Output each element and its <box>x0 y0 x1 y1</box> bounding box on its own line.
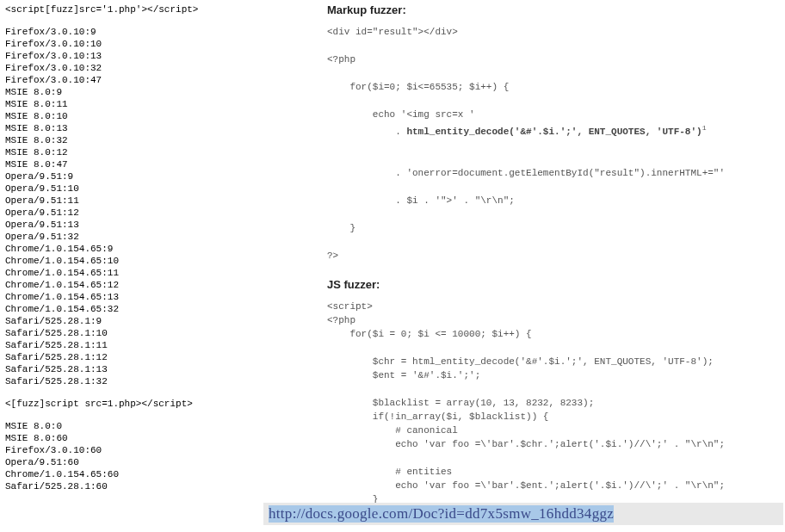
code-snippet-2: <[fuzz]script src=1.php></script> <box>5 398 263 410</box>
browser-list-1: Firefox/3.0.10:9 Firefox/3.0.10:10 Firef… <box>5 26 263 387</box>
markup-code-bold: html_entity_decode('&#'.$i.';', ENT_QUOT… <box>406 127 702 137</box>
markup-fuzzer-code: <div id="result"></div> <?php for($i=0; … <box>327 25 775 263</box>
markup-code-pre: <div id="result"></div> <?php for($i=0; … <box>327 27 509 137</box>
heading-markup-fuzzer: Markup fuzzer: <box>327 3 775 16</box>
js-fuzzer-code: <script> <?php for($i = 0; $i <= 10000; … <box>327 300 775 506</box>
right-column: Markup fuzzer: <div id="result"></div> <… <box>327 3 775 522</box>
heading-js-fuzzer: JS fuzzer: <box>327 278 775 291</box>
url-bar: http://docs.google.com/Doc?id=dd7x5smw_1… <box>263 503 783 525</box>
browser-list-2: MSIE 8.0:0 MSIE 8.0:60 Firefox/3.0.10:60… <box>5 420 263 492</box>
markup-superscript: 1 <box>702 124 707 132</box>
url-text[interactable]: http://docs.google.com/Doc?id=dd7x5smw_1… <box>269 505 614 523</box>
markup-code-post: . 'onerror=document.getElementById("resu… <box>327 168 725 261</box>
left-column: <script[fuzz]src='1.php'></script> Firef… <box>5 3 263 503</box>
code-snippet-1: <script[fuzz]src='1.php'></script> <box>5 3 263 15</box>
